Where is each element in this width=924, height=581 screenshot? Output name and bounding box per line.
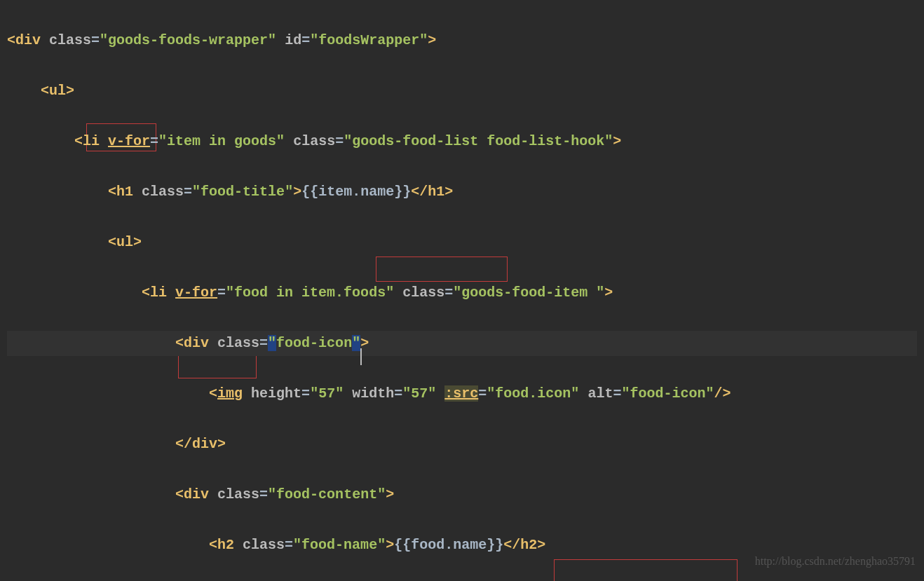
highlight-box-item-name [376, 257, 508, 282]
code-line: <div class="goods-foods-wrapper" id="foo… [7, 28, 917, 53]
tag-open: <div [7, 32, 49, 48]
highlight-box-src [554, 559, 738, 581]
active-line: <div class="food-icon"> [7, 331, 917, 356]
mustache-food-name: {{food.name}} [394, 537, 503, 553]
code-editor[interactable]: <div class="goods-foods-wrapper" id="foo… [0, 0, 924, 581]
mustache-item-name: {{item.name}} [301, 184, 411, 200]
watermark-text: http://blog.csdn.net/zhenghao35791 [755, 549, 916, 574]
